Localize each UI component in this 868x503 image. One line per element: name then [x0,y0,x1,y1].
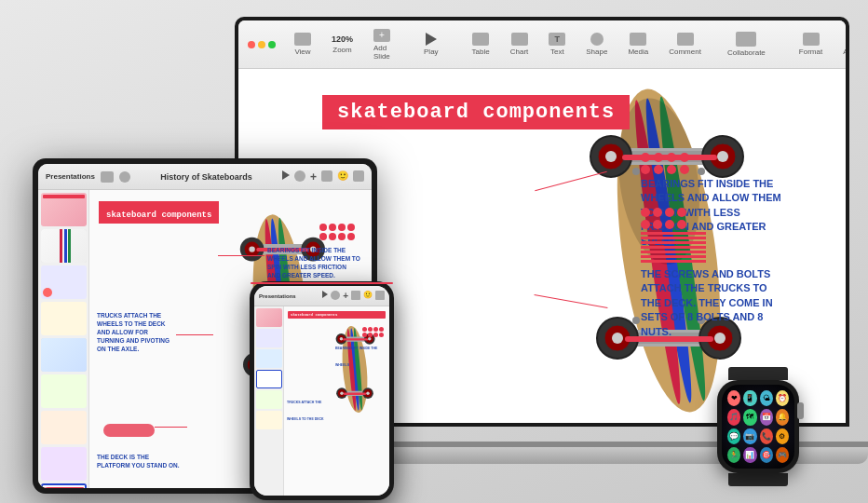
dot [641,153,650,162]
watch-app-phone2[interactable]: 📞 [760,428,773,444]
iphone-more-icon[interactable] [351,291,360,300]
dot [653,208,662,217]
ipad-play-icon[interactable] [282,170,290,180]
watch-app-weather[interactable]: 🌤 [760,390,773,406]
ipad-slides-icon[interactable] [101,171,114,183]
iphone-thumb-5[interactable] [256,390,282,409]
iphone-slide-title: skateboard components [291,313,337,317]
iphone-thumb-4[interactable] [256,370,282,388]
watch-app-heart[interactable]: ❤ [727,390,740,406]
toolbar-view[interactable]: View [287,33,319,56]
dot [680,165,689,174]
iphone-mini-text-1: BEARINGS FIT INSIDE THE WHEELS [335,336,384,370]
watch-app-activity[interactable]: 📊 [743,447,756,463]
dot [641,220,650,229]
screw-line [641,241,706,244]
ipad-connector-3 [155,427,187,428]
svg-point-9 [605,151,617,162]
ipad-thumb-3[interactable] [41,265,87,299]
ipad-connector-1 [218,255,264,256]
watch-body: ❤ 📱 🌤 ⏰ 🎵 🗺 📅 🔔 💬 📷 📞 ⚙ 🏃 📊 🎯 🎮 [717,380,799,473]
watch-app-games[interactable]: 🎮 [776,447,789,463]
ipad-share-icon[interactable] [294,170,305,182]
toolbar-add-slide[interactable]: + Add Slide [366,29,398,61]
dot [665,208,674,217]
toolbar-animate[interactable]: Animate [835,33,846,56]
iphone-main: skateboard components [284,306,389,496]
bearings-dots-row1 [641,153,790,162]
ipad-info-icon[interactable] [119,171,130,183]
toolbar-table[interactable]: Table [465,33,497,56]
toolbar-collaborate[interactable]: Collaborate [720,32,773,57]
iphone-thumb-6[interactable] [256,411,282,429]
ipad-thumb-6[interactable] [41,374,87,408]
apple-watch: ❤ 📱 🌤 ⏰ 🎵 🗺 📅 🔔 💬 📷 📞 ⚙ 🏃 📊 🎯 🎮 [712,367,805,477]
watch-app-reminders[interactable]: 🎯 [760,447,773,463]
iphone-thumb-2[interactable] [256,329,282,347]
toolbar-zoom[interactable]: 120% Zoom [324,34,360,54]
svg-point-34 [249,246,254,252]
ipad-topbar: Presentations History of Skateboards + 🙂 [38,164,372,190]
iphone-topbar: Presentations + 🙂 [254,286,389,306]
ipad-export-icon[interactable] [353,170,364,182]
macbook-toolbar: View 120% Zoom + Add Slide Play [238,20,846,69]
svg-rect-66 [344,393,367,395]
watch-app-camera[interactable]: 📷 [743,428,756,444]
bearings-dots-row2 [641,165,790,174]
ipad-thumb-9[interactable] [41,483,87,488]
watch-app-settings[interactable]: ⚙ [776,428,789,444]
svg-point-17 [612,333,623,344]
ipad-thumb-8[interactable] [41,447,87,481]
watch-app-fitness[interactable]: 🏃 [727,447,740,463]
ipad-plus-icon[interactable]: + [310,170,317,184]
watch-app-maps[interactable]: 🗺 [743,409,756,425]
watch-app-messages[interactable]: 💬 [727,428,740,444]
screws-annotation: THE SCREWS AND BOLTS ATTACH THE TRUCKS T… [641,208,790,339]
watch-app-music[interactable]: 🎵 [727,409,740,425]
iphone-presentations-label[interactable]: Presentations [259,293,296,299]
watch-strap-top [728,367,788,380]
toolbar-format[interactable]: Format [792,33,830,56]
screw-line [641,246,706,249]
iphone-slide-title-banner: skateboard components [288,311,386,319]
iphone-export-icon[interactable] [375,291,385,300]
slide-title-banner: skateboard components [322,95,630,129]
iphone-share-icon[interactable] [331,291,340,300]
ipad-emoji-icon[interactable]: 🙂 [337,170,348,184]
iphone-emoji-icon[interactable]: 🙂 [363,291,373,301]
toolbar-shape[interactable]: Shape [578,33,615,56]
iphone-play-icon[interactable] [322,291,328,298]
watch-app-notifications[interactable]: 🔔 [776,409,789,425]
ipad-deck-icon [103,424,155,437]
ipad-presentations-label[interactable]: Presentations [46,172,95,181]
screws-lines-graphic [641,232,790,263]
ipad-thumb-4[interactable] [41,302,87,335]
iphone-topbar-icons: + 🙂 [322,291,385,301]
watch-apps-grid: ❤ 📱 🌤 ⏰ 🎵 🗺 📅 🔔 💬 📷 📞 ⚙ 🏃 📊 🎯 🎮 [722,385,794,469]
watch-app-calendar[interactable]: 📅 [760,409,773,425]
watch-screen: ❤ 📱 🌤 ⏰ 🎵 🗺 📅 🔔 💬 📷 📞 ⚙ 🏃 📊 🎯 🎮 [722,385,794,469]
screws-dots-grid [641,208,790,229]
ipad-thumb-1[interactable] [41,193,87,226]
toolbar-text[interactable]: T Text [541,33,573,56]
toolbar-media[interactable]: Media [620,33,656,56]
toolbar-play[interactable]: Play [416,33,446,56]
iphone-thumb-3[interactable] [256,349,282,368]
ipad-more-icon[interactable] [321,170,332,182]
watch-app-phone[interactable]: 📱 [743,390,756,406]
toolbar-chart[interactable]: Chart [503,33,536,56]
watch-app-clock[interactable]: ⏰ [776,390,789,406]
iphone-plus-icon[interactable]: + [343,291,348,301]
ipad-thumb-2[interactable] [41,229,87,263]
screw-line [641,237,706,239]
iphone: Presentations + 🙂 [250,281,394,500]
toolbar-comment[interactable]: Comment [661,33,709,56]
screw-line [641,232,706,235]
iphone-thumb-1[interactable] [256,308,282,327]
dot [677,220,686,229]
ipad-thumb-5[interactable] [41,338,87,372]
dot [680,153,689,162]
ipad-thumb-7[interactable] [41,411,87,444]
slide-title: skateboard components [337,101,615,124]
dot [654,153,663,162]
